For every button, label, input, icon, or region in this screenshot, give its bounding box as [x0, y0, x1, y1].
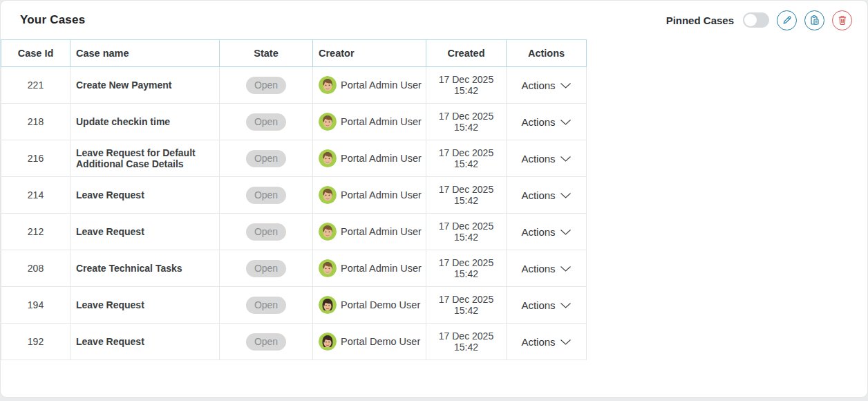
actions-dropdown[interactable]: Actions [521, 80, 571, 91]
table-header: Case Id Case name State Creator Created … [1, 40, 587, 67]
actions-dropdown[interactable]: Actions [521, 226, 571, 238]
copy-button[interactable] [804, 10, 824, 30]
creator-name: Portal Admin User [341, 80, 422, 91]
actions-dropdown-label: Actions [521, 80, 555, 91]
state-badge: Open [246, 77, 286, 94]
creator-avatar [319, 186, 337, 204]
case-name-cell[interactable]: Leave Request for Default Additional Cas… [70, 140, 220, 177]
topbar: Your Cases Pinned Cases [1, 1, 867, 39]
created-cell: 17 Dec 2025 15:42 [426, 140, 507, 177]
state-cell: Open [220, 214, 313, 250]
state-badge: Open [246, 260, 286, 277]
cases-table-body: 221 Create New Payment Open Portal Admin… [1, 67, 587, 360]
delete-button[interactable] [832, 10, 852, 30]
creator-avatar [319, 149, 337, 167]
column-header-actions: Actions [507, 40, 587, 67]
actions-cell: Actions [507, 67, 587, 104]
creator-cell: Portal Admin User [313, 250, 426, 287]
creator-cell: Portal Demo User [313, 324, 426, 360]
created-time: 15:42 [432, 305, 500, 316]
state-cell: Open [220, 287, 313, 324]
actions-cell: Actions [507, 287, 587, 324]
state-badge: Open [246, 297, 286, 314]
column-header-created: Created [426, 40, 507, 67]
state-cell: Open [220, 250, 313, 287]
case-id-cell: 214 [1, 177, 70, 214]
actions-dropdown-label: Actions [521, 263, 555, 274]
actions-cell: Actions [507, 140, 587, 177]
chevron-down-icon [560, 336, 572, 348]
case-name[interactable]: Leave Request [76, 336, 144, 347]
state-cell: Open [220, 177, 313, 214]
case-id: 216 [28, 153, 44, 164]
pinned-cases-toggle[interactable] [743, 12, 769, 28]
case-name-cell[interactable]: Update checkin time [70, 104, 220, 140]
actions-cell: Actions [507, 177, 587, 214]
creator-name: Portal Demo User [341, 299, 420, 310]
created-cell: 17 Dec 2025 15:42 [426, 214, 507, 250]
case-name-cell[interactable]: Create New Payment [70, 67, 220, 104]
pinned-cases-label: Pinned Cases [666, 15, 734, 26]
creator-name: Portal Admin User [341, 189, 422, 200]
created-date: 17 Dec 2025 [432, 184, 500, 195]
case-id: 192 [28, 336, 44, 347]
cases-panel: Your Cases Pinned Cases [1, 1, 867, 397]
creator-cell: Portal Admin User [313, 67, 426, 104]
actions-dropdown-label: Actions [521, 226, 555, 238]
case-name-cell[interactable]: Leave Request [70, 324, 220, 360]
actions-dropdown[interactable]: Actions [521, 263, 571, 274]
edit-button[interactable] [777, 10, 797, 30]
created-time: 15:42 [432, 268, 500, 279]
case-name-cell[interactable]: Leave Request [70, 287, 220, 324]
table-row: 218 Update checkin time Open Portal Admi… [1, 104, 587, 140]
case-name[interactable]: Leave Request [76, 189, 144, 200]
table-row: 216 Leave Request for Default Additional… [1, 140, 587, 177]
case-name-cell[interactable]: Create Technical Tasks [70, 250, 220, 287]
created-date: 17 Dec 2025 [432, 147, 500, 158]
case-name-cell[interactable]: Leave Request [70, 214, 220, 250]
case-name[interactable]: Leave Request for Default Additional Cas… [76, 147, 196, 169]
created-date: 17 Dec 2025 [432, 74, 500, 85]
case-id: 214 [28, 189, 44, 200]
actions-dropdown-label: Actions [521, 299, 555, 311]
case-id: 212 [28, 226, 44, 237]
created-date: 17 Dec 2025 [432, 221, 500, 232]
case-id-cell: 208 [1, 250, 70, 287]
toggle-knob [744, 14, 757, 26]
creator-name: Portal Admin User [341, 116, 422, 127]
case-name[interactable]: Update checkin time [76, 116, 170, 127]
actions-dropdown[interactable]: Actions [521, 116, 571, 128]
pencil-icon [782, 15, 793, 26]
actions-dropdown[interactable]: Actions [521, 336, 571, 348]
case-id-cell: 194 [1, 287, 70, 324]
creator-name: Portal Admin User [341, 153, 422, 164]
case-id: 218 [28, 116, 44, 127]
case-name[interactable]: Create New Payment [76, 80, 172, 91]
creator-cell: Portal Admin User [313, 104, 426, 140]
table-row: 194 Leave Request Open Portal [1, 287, 587, 324]
case-id: 208 [28, 263, 44, 274]
case-name[interactable]: Create Technical Tasks [76, 263, 182, 274]
chevron-down-icon [560, 116, 572, 128]
clipboard-icon [809, 15, 820, 26]
actions-cell: Actions [507, 324, 587, 360]
actions-dropdown[interactable]: Actions [521, 189, 571, 201]
creator-avatar [319, 223, 337, 241]
topbar-controls: Pinned Cases [666, 10, 852, 30]
column-header-case-name: Case name [70, 40, 220, 67]
chevron-down-icon [560, 189, 572, 201]
case-name[interactable]: Leave Request [76, 299, 144, 310]
creator-avatar [319, 259, 337, 277]
creator-name: Portal Admin User [341, 263, 422, 274]
actions-dropdown[interactable]: Actions [521, 153, 571, 165]
actions-dropdown-label: Actions [521, 336, 555, 348]
case-name[interactable]: Leave Request [76, 226, 144, 237]
actions-dropdown-label: Actions [521, 189, 555, 201]
case-name-cell[interactable]: Leave Request [70, 177, 220, 214]
state-badge: Open [246, 113, 286, 131]
chevron-down-icon [560, 80, 572, 91]
created-time: 15:42 [432, 158, 500, 169]
actions-dropdown[interactable]: Actions [521, 299, 571, 311]
creator-name: Portal Demo User [341, 336, 420, 347]
table-row: 212 Leave Request Open Portal Admin User [1, 214, 587, 250]
